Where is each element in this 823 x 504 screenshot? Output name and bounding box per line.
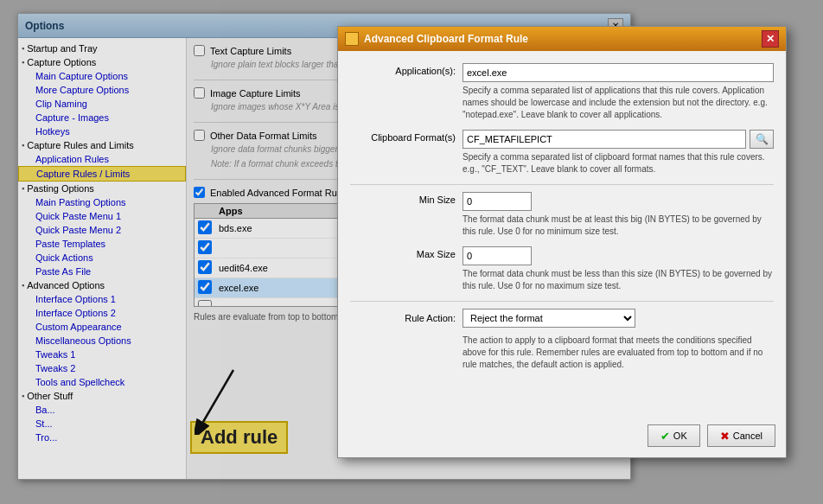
min-size-label: Min Size [350,192,463,205]
ok-button[interactable]: ✔ OK [648,424,700,447]
applications-row: Application(s): Specify a comma separate… [350,63,774,121]
max-size-row: Max Size The format data chunk must be l… [350,246,774,292]
clipboard-format-row: Clipboard Format(s) 🔍 Specify a comma se… [350,130,774,175]
dialog-icon [345,32,359,46]
rule-action-help: The action to apply to a clipboard forma… [463,335,774,371]
applications-input[interactable] [463,63,774,82]
cancel-icon: ✖ [720,430,730,443]
max-size-label: Max Size [350,246,463,259]
rule-action-select[interactable]: Reject the format Accept the format Stri… [463,309,635,328]
ok-icon: ✔ [660,430,670,443]
dialog-footer: ✔ OK ✖ Cancel [648,424,775,447]
max-size-help: The format data chunk must be less than … [463,268,774,292]
applications-label: Application(s): [350,63,463,76]
min-size-input[interactable] [463,192,532,211]
clipboard-format-help: Specify a comma separated list of clipbo… [463,151,774,175]
clipboard-format-input-group: 🔍 [463,130,774,149]
clipboard-format-input[interactable] [463,130,746,149]
min-size-help: The format data chunk must be at least t… [463,214,774,238]
max-size-input[interactable] [463,246,532,265]
dialog-divider-2 [350,301,774,302]
ok-label: OK [673,431,687,441]
advanced-format-rule-dialog: Advanced Clipboard Format Rule ✕ Applica… [337,26,787,458]
clipboard-format-label: Clipboard Format(s) [350,130,463,143]
dialog-body: Application(s): Specify a comma separate… [338,51,786,383]
clipboard-format-field-group: 🔍 Specify a comma separated list of clip… [463,130,774,175]
cancel-button[interactable]: ✖ Cancel [707,424,775,447]
applications-help: Specify a comma separated list of applic… [463,85,774,121]
min-size-row: Min Size The format data chunk must be a… [350,192,774,238]
dialog-divider-1 [350,184,774,185]
max-size-field-group: The format data chunk must be less than … [463,246,774,292]
min-size-field-group: The format data chunk must be at least t… [463,192,774,238]
applications-field-group: Specify a comma separated list of applic… [463,63,774,121]
rule-action-row: Rule Action: Reject the format Accept th… [350,309,774,328]
dialog-titlebar: Advanced Clipboard Format Rule ✕ [338,27,786,51]
rule-action-label: Rule Action: [350,313,463,323]
dialog-title: Advanced Clipboard Format Rule [364,33,762,45]
clipboard-format-browse-button[interactable]: 🔍 [750,130,774,149]
dialog-close-button[interactable]: ✕ [762,30,779,48]
dialog-overlay: Advanced Clipboard Format Rule ✕ Applica… [0,0,823,504]
cancel-label: Cancel [733,431,762,441]
